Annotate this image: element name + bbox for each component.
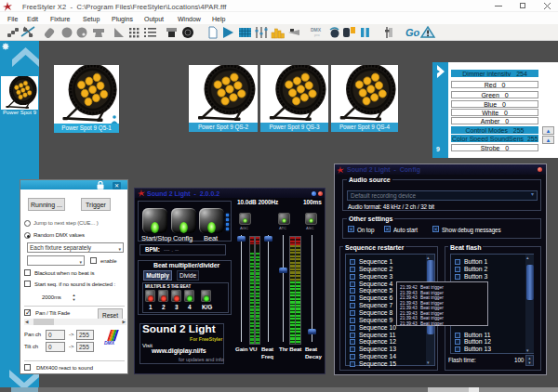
svg-text:DMX: DMX [104, 340, 115, 346]
svg-text:pro: pro [314, 33, 321, 37]
svg-text:Go: Go [405, 27, 420, 38]
